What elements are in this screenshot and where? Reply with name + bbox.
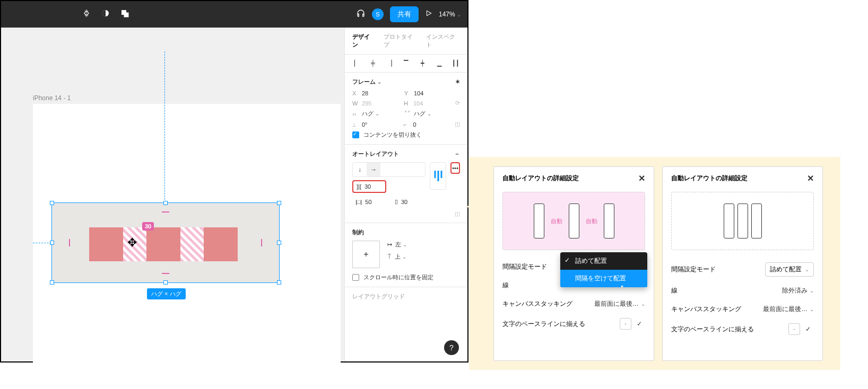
prop-corner[interactable]: 0	[413, 121, 440, 128]
alignment-controls: ▏ ╪ ▕ ▔ ┿ ▁ ┃┃	[345, 55, 467, 73]
angle-icon: ⟂	[352, 121, 359, 128]
constraint-h[interactable]: 左 ⌄	[395, 241, 407, 249]
move-cursor-icon: ✥	[127, 236, 137, 250]
align-left-icon[interactable]: ▏	[352, 60, 360, 67]
align-vcenter-icon[interactable]: ┿	[419, 60, 427, 67]
section-frame: フレーム ⌄ ✶ X28 Y104 W295 H104 ⟳ ›‹ハグ ⌄ ˅˄ハ…	[345, 73, 467, 145]
child-rect[interactable]	[204, 227, 238, 261]
autolayout-more-button[interactable]: •••	[450, 162, 460, 174]
figma-window: S 共有 147% ⌄ iPhone 14 - 1	[0, 0, 468, 363]
mask-icon[interactable]	[101, 8, 110, 20]
autolayout-children	[89, 227, 238, 261]
help-button[interactable]: ?	[444, 340, 459, 355]
baseline-off[interactable]: -	[788, 323, 800, 335]
constraint-h-icon: ↦	[387, 241, 392, 248]
gap-icon: ]|[	[357, 183, 361, 190]
padding-h-icon: |□|	[355, 199, 362, 205]
advanced-panel-1: 自動レイアウトの詳細設定✕ 自動 自動 間隔設定モード 詰めて配置 間隔を空けて…	[493, 166, 654, 361]
cursor-icon: ↖	[620, 284, 626, 287]
components-icon[interactable]	[82, 8, 91, 20]
padding-h-input[interactable]: |□|50	[352, 196, 386, 207]
strokes-label: 線	[502, 281, 509, 290]
headphones-icon[interactable]	[356, 8, 366, 20]
prop-h[interactable]: 104	[413, 100, 440, 107]
independent-corners-icon[interactable]: ◫	[455, 121, 460, 128]
spacing-mode-label: 間隔設定モード	[671, 265, 716, 274]
stacking-value[interactable]: 最前面に最後…⌄	[594, 299, 645, 308]
guide-vertical	[164, 51, 166, 208]
baseline-on[interactable]: ✓	[802, 323, 814, 335]
preview-packed	[671, 192, 814, 250]
gap-input[interactable]: ]|[30	[352, 180, 386, 193]
canvas[interactable]: iPhone 14 - 1 30 ✥	[1, 28, 344, 361]
section-autolayout: オートレイアウト－ ↓ → ]|[30 |□|50 ▯30	[345, 145, 467, 223]
align-hcenter-icon[interactable]: ╪	[369, 60, 377, 67]
dropdown-space-between[interactable]: 間隔を空けて配置	[560, 270, 647, 287]
prop-y[interactable]: 104	[414, 90, 440, 96]
stacking-label: キャンバススタッキング	[671, 305, 741, 314]
direction-buttons: ↓ →	[352, 162, 426, 177]
section-constraints: 制約 ↦左 ⌄ ⟙上 ⌄ スクロール時に位置を固定	[345, 223, 467, 287]
tab-prototype[interactable]: プロトタイプ	[384, 33, 418, 49]
prop-x[interactable]: 28	[362, 90, 388, 96]
clip-label: コンテンツを切り抜く	[363, 131, 422, 139]
close-icon[interactable]: ✕	[638, 173, 645, 183]
advanced-panel-2: 自動レイアウトの詳細設定✕ 間隔設定モード 詰めて配置⌄ 線 除外済み⌄ キャン…	[662, 166, 823, 361]
spacing-mode-label: 間隔設定モード	[502, 262, 547, 271]
remove-autolayout-icon[interactable]: －	[454, 150, 460, 158]
spacing-mode-select[interactable]: 詰めて配置⌄	[765, 262, 814, 277]
prop-rotation[interactable]: 0°	[362, 121, 388, 128]
hug-w[interactable]: ハグ ⌄	[362, 110, 379, 118]
selection-size-label: ハグ × ハグ	[147, 288, 186, 299]
align-bottom-icon[interactable]: ▁	[435, 60, 443, 67]
spacing-mode-dropdown: 詰めて配置 間隔を空けて配置 ↖	[560, 252, 647, 287]
close-icon[interactable]: ✕	[807, 173, 814, 183]
baseline-label: 文字のベースラインに揃える	[502, 320, 585, 329]
child-rect[interactable]	[89, 227, 123, 261]
distribute-icon[interactable]: ┃┃	[452, 60, 460, 67]
section-layoutgrid: レイアウトグリッド	[345, 287, 467, 310]
share-button[interactable]: 共有	[390, 6, 419, 22]
direction-vertical[interactable]: ↓	[353, 163, 367, 176]
align-top-icon[interactable]: ▔	[402, 60, 410, 67]
dropdown-packed[interactable]: 詰めて配置	[560, 252, 647, 270]
corner-icon: ⌐	[404, 121, 410, 128]
direction-horizontal[interactable]: →	[367, 163, 380, 176]
child-rect[interactable]	[146, 227, 180, 261]
svg-marker-5	[427, 11, 431, 15]
alignment-grid[interactable]	[430, 162, 446, 190]
frame-name[interactable]: iPhone 14 - 1	[33, 94, 71, 102]
scroll-fix-checkbox[interactable]	[352, 274, 359, 281]
constraint-grid[interactable]	[352, 241, 380, 268]
tab-inspect[interactable]: インスペクト	[426, 33, 460, 49]
align-right-icon[interactable]: ▕	[386, 60, 394, 67]
padding-v-input[interactable]: ▯30	[392, 196, 426, 207]
individual-padding-icon[interactable]: ◫	[455, 210, 460, 217]
preview-spacebetween: 自動 自動	[502, 192, 645, 250]
resize-to-fit-icon[interactable]: ✶	[455, 78, 460, 85]
play-icon[interactable]	[425, 10, 432, 19]
padding-v-icon: ▯	[395, 198, 398, 205]
user-avatar[interactable]: S	[372, 8, 384, 20]
zoom-level[interactable]: 147% ⌄	[439, 11, 461, 18]
constraint-v[interactable]: 上 ⌄	[395, 253, 406, 261]
adv-title: 自動レイアウトの詳細設定	[502, 174, 579, 183]
baseline-off[interactable]: -	[620, 318, 631, 330]
link-wh-icon[interactable]: ⟳	[455, 100, 460, 107]
strokes-value[interactable]: 除外済み⌄	[782, 286, 814, 295]
prop-w[interactable]: 295	[362, 100, 388, 107]
selected-frame[interactable]: 30 ✥	[51, 202, 280, 283]
gap-badge: 30	[142, 222, 154, 231]
scroll-fix-label: スクロール時に位置を固定	[363, 273, 433, 281]
strokes-label: 線	[671, 286, 678, 295]
stacking-label: キャンバススタッキング	[502, 299, 572, 308]
inspector-panel: デザイン プロトタイプ インスペクト ▏ ╪ ▕ ▔ ┿ ▁ ┃┃ フレーム ⌄…	[344, 28, 467, 361]
hug-h[interactable]: ハグ ⌄	[414, 110, 431, 118]
boolean-icon[interactable]	[120, 8, 129, 20]
tab-design[interactable]: デザイン	[352, 33, 375, 49]
baseline-on[interactable]: ✓	[633, 318, 645, 330]
constraint-v-icon: ⟙	[387, 253, 392, 260]
clip-checkbox[interactable]	[352, 131, 359, 138]
stacking-value[interactable]: 最前面に最後…⌄	[763, 305, 814, 314]
baseline-label: 文字のベースラインに揃える	[671, 325, 754, 334]
